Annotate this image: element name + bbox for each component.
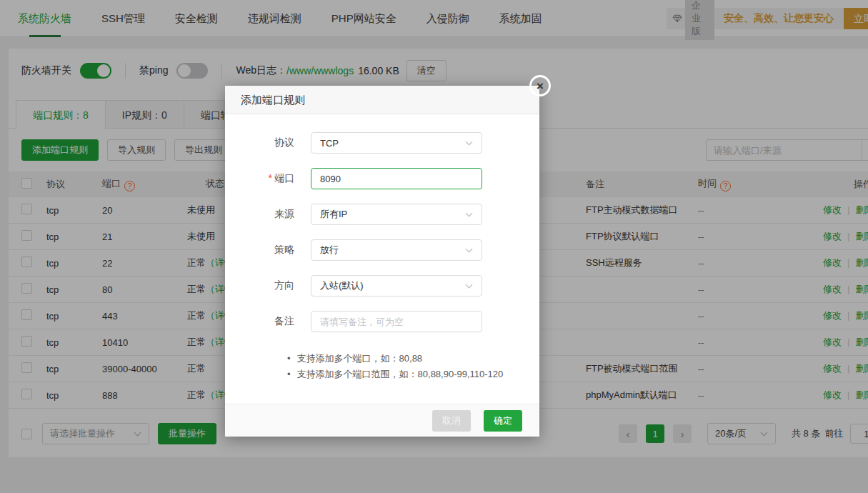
chevron-down-icon xyxy=(466,210,473,217)
bullet-icon: • xyxy=(287,369,291,379)
direction-label: 方向 xyxy=(225,279,304,292)
direction-select[interactable]: 入站(默认) xyxy=(311,275,482,297)
remark-label: 备注 xyxy=(225,315,304,328)
chevron-down-icon xyxy=(466,139,473,146)
hint-line: 支持添加多个端口范围，如：80,88,90-99,110-120 xyxy=(297,369,504,379)
port-hints: •支持添加多个端口，如：80,88 •支持添加多个端口范围，如：80,88,90… xyxy=(287,351,539,382)
close-icon[interactable]: × xyxy=(529,75,551,96)
strategy-label: 策略 xyxy=(225,244,304,257)
chevron-down-icon xyxy=(466,282,473,289)
add-port-rule-modal: 添加端口规则 协议 TCP *端口 来源 所有IP 策略 放行 xyxy=(225,86,539,437)
cancel-button[interactable]: 取消 xyxy=(432,410,471,432)
port-label: *端口 xyxy=(225,172,304,185)
protocol-label: 协议 xyxy=(225,136,304,149)
modal-title: 添加端口规则 xyxy=(225,86,539,114)
confirm-button[interactable]: 确定 xyxy=(484,410,522,432)
strategy-select[interactable]: 放行 xyxy=(311,239,482,261)
source-label: 来源 xyxy=(225,208,304,221)
modal-body: 协议 TCP *端口 来源 所有IP 策略 放行 方向 xyxy=(225,114,539,382)
source-select[interactable]: 所有IP xyxy=(311,204,482,225)
port-input[interactable] xyxy=(311,168,482,189)
hint-line: 支持添加多个端口，如：80,88 xyxy=(297,353,423,364)
protocol-select[interactable]: TCP xyxy=(311,132,482,154)
chevron-down-icon xyxy=(466,246,473,253)
bullet-icon: • xyxy=(287,353,291,364)
remark-input[interactable] xyxy=(311,311,482,332)
modal-footer: 取消 确定 xyxy=(225,404,539,437)
required-mark: * xyxy=(269,172,272,184)
